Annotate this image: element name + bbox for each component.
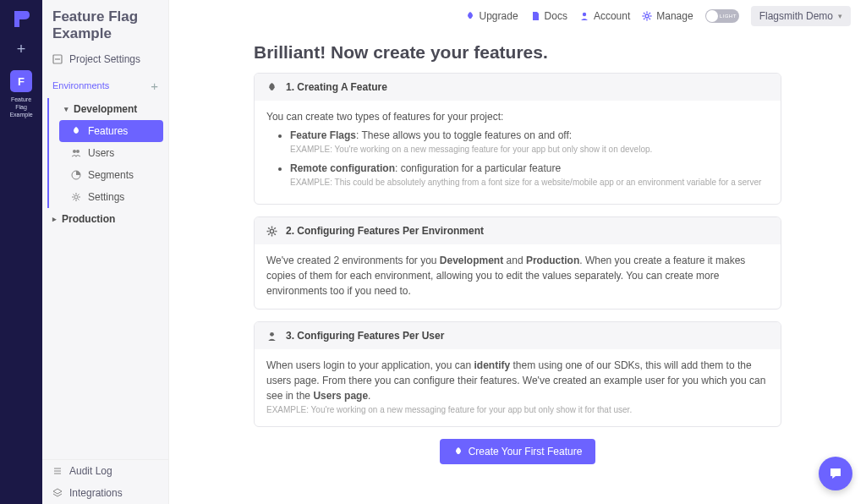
card-title: 1. Creating A Feature [286, 81, 387, 93]
svg-point-9 [583, 13, 586, 16]
cta-row: Create Your First Feature [254, 439, 781, 464]
label: Project Settings [69, 53, 140, 65]
svg-point-10 [645, 14, 649, 18]
card-per-user: 3. Configuring Features Per User When us… [254, 321, 781, 427]
theme-label: LIGHT [720, 14, 737, 19]
environments-header: Environments + [42, 70, 168, 98]
env-development[interactable]: ▾ Development [49, 98, 168, 120]
card-creating-feature: 1. Creating A Feature You can create two… [254, 73, 781, 205]
chat-icon [828, 466, 843, 481]
label: Audit Log [69, 465, 112, 477]
layers-icon [52, 488, 63, 498]
card-header: 2. Configuring Features Per Environment [255, 217, 781, 244]
label: Users [88, 147, 114, 159]
user-icon [266, 331, 277, 342]
add-environment-button[interactable]: + [151, 79, 158, 93]
chevron-down-icon: ▾ [64, 105, 69, 113]
user-icon [579, 11, 589, 21]
label: Docs [545, 10, 567, 22]
logo-icon [11, 8, 31, 29]
sidebar-title: Feature Flag Example [42, 0, 168, 48]
intro-text: You can create two types of features for… [266, 109, 769, 124]
card-body: When users login to your application, yo… [255, 349, 781, 426]
label: Manage [656, 10, 693, 22]
card-title: 2. Configuring Features Per Environment [286, 225, 484, 237]
svg-point-11 [270, 229, 273, 233]
project-badge: F [10, 70, 32, 92]
card-header: 1. Creating A Feature [255, 74, 781, 101]
bullet-remote-config: Remote configuration: configuration for … [290, 161, 769, 189]
label: Integrations [69, 487, 123, 499]
chevron-right-icon: ▸ [52, 215, 57, 223]
file-icon [530, 11, 540, 21]
app-rail: + F Feature Flag Example [0, 0, 42, 504]
add-project-button[interactable]: + [17, 41, 26, 58]
nav-users[interactable]: Users [49, 142, 168, 164]
upgrade-link[interactable]: Upgrade [465, 10, 518, 22]
sidebar: Feature Flag Example Project Settings En… [42, 0, 169, 504]
env-tree: ▾ Development Features Users Segments Se… [42, 98, 168, 459]
gear-icon [642, 11, 652, 21]
card-body: We've created 2 environments for you Dev… [255, 244, 781, 309]
nav-settings[interactable]: Settings [49, 186, 168, 208]
label: Feature Flags [290, 129, 356, 141]
svg-point-5 [74, 195, 78, 199]
nav-audit-log[interactable]: Audit Log [42, 460, 168, 482]
docs-link[interactable]: Docs [530, 10, 567, 22]
list-icon [52, 466, 63, 476]
card-per-environment: 2. Configuring Features Per Environment … [254, 216, 781, 310]
example-text: EXAMPLE: You're working on a new messagi… [266, 403, 769, 416]
chat-fab[interactable] [819, 457, 852, 490]
rocket-icon [465, 11, 475, 21]
sidebar-project-settings[interactable]: Project Settings [42, 48, 168, 70]
label: Create Your First Feature [469, 446, 583, 457]
rest: : These allows you to toggle features on… [356, 129, 572, 141]
example-text: EXAMPLE: You're working on a new messagi… [290, 143, 769, 156]
account-link[interactable]: Account [579, 10, 630, 22]
label: Environments [52, 80, 109, 90]
label: Upgrade [480, 10, 518, 22]
card-title: 3. Configuring Features Per User [286, 330, 444, 342]
pie-icon [71, 170, 81, 180]
gear-icon [71, 192, 81, 202]
label: Account [594, 10, 630, 22]
svg-point-2 [73, 150, 76, 153]
create-first-feature-button[interactable]: Create Your First Feature [440, 439, 596, 464]
env-active-indent: ▾ Development Features Users Segments Se… [47, 98, 168, 208]
nav-integrations[interactable]: Integrations [42, 482, 168, 504]
org-name: Flagsmith Demo [759, 10, 833, 22]
main-content: Brilliant! Now create your features. 1. … [169, 32, 866, 504]
rocket-icon [266, 82, 277, 93]
chevron-down-icon: ▾ [838, 12, 842, 20]
gear-icon [266, 226, 277, 237]
label: Features [88, 125, 128, 137]
label: Settings [88, 191, 124, 203]
org-switcher[interactable]: Flagsmith Demo ▾ [751, 6, 851, 26]
bullet-feature-flags: Feature Flags: These allows you to toggl… [290, 128, 769, 156]
theme-toggle[interactable]: LIGHT [705, 9, 739, 23]
manage-link[interactable]: Manage [642, 10, 693, 22]
nav-segments[interactable]: Segments [49, 164, 168, 186]
card-body: You can create two types of features for… [255, 101, 781, 204]
topbar: Upgrade Docs Account Manage LIGHT Flagsm… [169, 0, 866, 32]
label: Development [74, 103, 137, 115]
label: Remote configuration [290, 162, 395, 174]
example-text: EXAMPLE: This could be absolutely anythi… [290, 176, 769, 189]
project-label: Feature Flag Example [5, 96, 37, 118]
rocket-icon [71, 126, 81, 136]
sidebar-bottom: Audit Log Integrations [42, 459, 168, 504]
page-heading: Brilliant! Now create your features. [254, 42, 781, 63]
label: Production [62, 213, 115, 225]
project-settings-icon [52, 54, 63, 64]
svg-point-3 [76, 150, 79, 153]
toggle-knob [706, 10, 718, 22]
env-production[interactable]: ▸ Production [42, 208, 168, 230]
rocket-icon [453, 446, 463, 457]
nav-features[interactable]: Features [59, 120, 163, 142]
rail-project[interactable]: F Feature Flag Example [5, 70, 37, 118]
svg-point-12 [270, 331, 274, 336]
users-icon [71, 148, 81, 158]
rest: : configuration for a particular feature [395, 162, 561, 174]
card-header: 3. Configuring Features Per User [255, 322, 781, 349]
label: Segments [88, 169, 134, 181]
